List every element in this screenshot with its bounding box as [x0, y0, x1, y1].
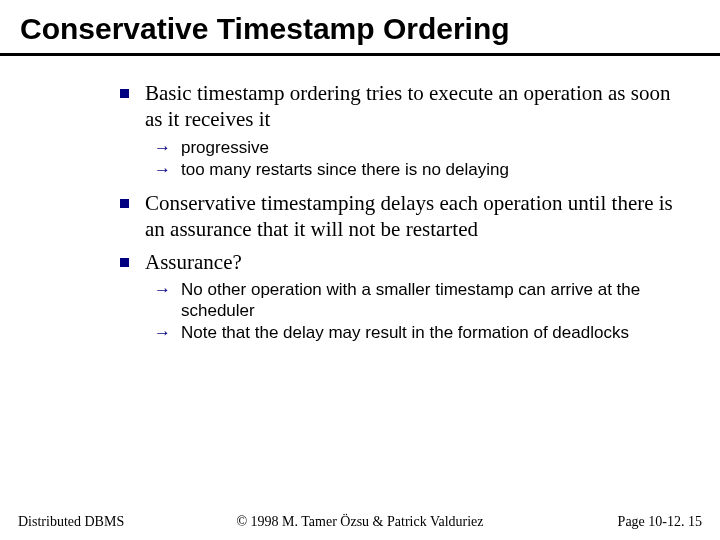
sub-bullet-group: → No other operation with a smaller time…: [154, 279, 680, 344]
slide-body: Basic timestamp ordering tries to execut…: [0, 56, 720, 344]
arrow-icon: →: [154, 159, 171, 180]
sub-bullet-group: → progressive → too many restarts since …: [154, 137, 680, 181]
footer-center: © 1998 M. Tamer Özsu & Patrick Valduriez: [236, 514, 483, 530]
bullet-item: Basic timestamp ordering tries to execut…: [120, 80, 680, 133]
arrow-icon: →: [154, 279, 171, 300]
title-block: Conservative Timestamp Ordering: [0, 0, 720, 51]
sub-bullet-item: → progressive: [154, 137, 680, 158]
footer-left: Distributed DBMS: [18, 514, 124, 530]
slide-title: Conservative Timestamp Ordering: [20, 12, 700, 45]
arrow-icon: →: [154, 137, 171, 158]
bullet-text: Basic timestamp ordering tries to execut…: [145, 80, 680, 133]
arrow-icon: →: [154, 322, 171, 343]
sub-bullet-text: No other operation with a smaller timest…: [181, 279, 680, 322]
square-bullet-icon: [120, 258, 129, 267]
bullet-item: Conservative timestamping delays each op…: [120, 190, 680, 243]
slide-footer: Distributed DBMS © 1998 M. Tamer Özsu & …: [0, 514, 720, 530]
footer-right: Page 10-12. 15: [618, 514, 702, 530]
sub-bullet-text: progressive: [181, 137, 269, 158]
bullet-text: Conservative timestamping delays each op…: [145, 190, 680, 243]
sub-bullet-item: → No other operation with a smaller time…: [154, 279, 680, 322]
sub-bullet-text: too many restarts since there is no dela…: [181, 159, 509, 180]
sub-bullet-item: → too many restarts since there is no de…: [154, 159, 680, 180]
sub-bullet-text: Note that the delay may result in the fo…: [181, 322, 629, 343]
square-bullet-icon: [120, 199, 129, 208]
bullet-item: Assurance?: [120, 249, 680, 275]
sub-bullet-item: → Note that the delay may result in the …: [154, 322, 680, 343]
square-bullet-icon: [120, 89, 129, 98]
bullet-text: Assurance?: [145, 249, 242, 275]
